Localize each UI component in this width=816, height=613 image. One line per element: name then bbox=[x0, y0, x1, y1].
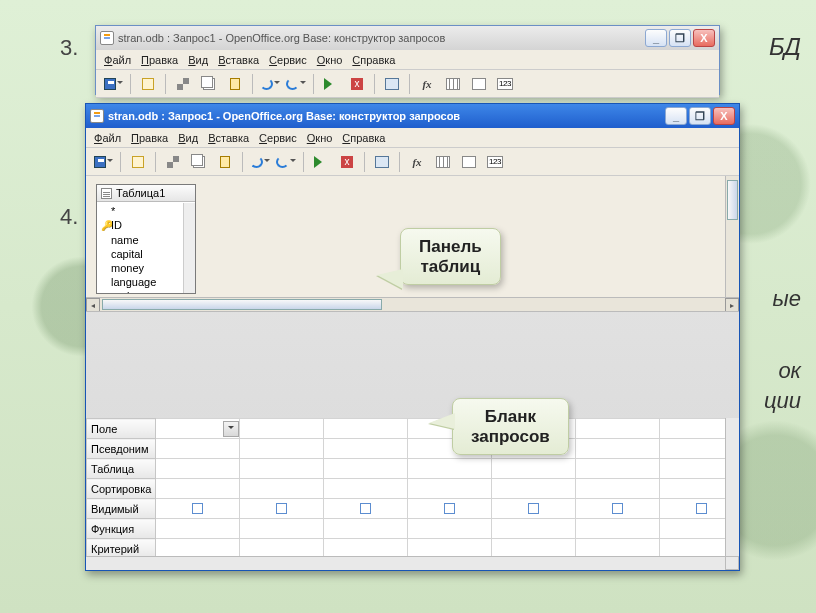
menu-item[interactable]: Вставка bbox=[208, 132, 249, 144]
grid-cell[interactable] bbox=[324, 479, 408, 499]
edit-button[interactable] bbox=[127, 151, 149, 173]
table-source-header[interactable]: Таблица1 bbox=[97, 185, 195, 202]
grid-row-header[interactable]: Сортировка bbox=[87, 479, 156, 499]
grid-cell[interactable] bbox=[576, 479, 660, 499]
design-grid-table[interactable]: ПолеПсевдонимТаблицаСортировкаВидимыйФун… bbox=[86, 418, 739, 570]
query-design-grid[interactable]: ПолеПсевдонимТаблицаСортировкаВидимыйФун… bbox=[86, 418, 739, 570]
grid-cell[interactable] bbox=[240, 419, 324, 439]
grid-cell[interactable] bbox=[576, 499, 660, 519]
grid-cell[interactable] bbox=[156, 439, 240, 459]
maximize-button[interactable]: ❐ bbox=[689, 107, 711, 125]
copy-button[interactable] bbox=[188, 151, 210, 173]
table-field[interactable]: name bbox=[101, 233, 191, 247]
table-field[interactable]: language bbox=[101, 275, 191, 289]
alias-button[interactable] bbox=[458, 151, 480, 173]
table-field[interactable]: * bbox=[101, 204, 191, 218]
grid-cell[interactable] bbox=[240, 499, 324, 519]
redo-button[interactable] bbox=[275, 151, 297, 173]
grid-row-header[interactable]: Видимый bbox=[87, 499, 156, 519]
visible-checkbox[interactable] bbox=[696, 503, 707, 514]
grid-cell[interactable] bbox=[576, 419, 660, 439]
panel-scrollbar-horizontal[interactable]: ◂ ▸ bbox=[86, 297, 739, 311]
cut-button[interactable] bbox=[162, 151, 184, 173]
grid-cell[interactable] bbox=[576, 459, 660, 479]
grid-cell[interactable] bbox=[324, 499, 408, 519]
table-field[interactable]: money bbox=[101, 261, 191, 275]
distinct-button[interactable] bbox=[484, 151, 506, 173]
clear-button[interactable] bbox=[336, 151, 358, 173]
visible-checkbox[interactable] bbox=[192, 503, 203, 514]
visible-checkbox[interactable] bbox=[360, 503, 371, 514]
copy-icon bbox=[193, 156, 205, 168]
grid-row-header[interactable]: Поле bbox=[87, 419, 156, 439]
grid-cell[interactable] bbox=[492, 459, 576, 479]
grid-cell[interactable] bbox=[156, 519, 240, 539]
grid-cell[interactable] bbox=[492, 499, 576, 519]
grid-row-header[interactable]: Псевдоним bbox=[87, 439, 156, 459]
grid-cell[interactable] bbox=[324, 439, 408, 459]
maximize-button[interactable]: ❐ bbox=[669, 29, 691, 47]
save-button[interactable] bbox=[92, 151, 114, 173]
scrollbar-thumb[interactable] bbox=[102, 299, 382, 310]
titlebar[interactable]: stran.odb : Запрос1 - OpenOffice.org Bas… bbox=[86, 104, 739, 128]
grid-cell[interactable] bbox=[324, 459, 408, 479]
menu-item[interactable]: Справка bbox=[342, 132, 385, 144]
run-button[interactable] bbox=[310, 151, 332, 173]
grid-cell[interactable] bbox=[240, 459, 324, 479]
grid-cell[interactable] bbox=[240, 439, 324, 459]
grid-cell[interactable] bbox=[156, 479, 240, 499]
table-widget-scrollbar[interactable] bbox=[183, 203, 195, 293]
visible-checkbox[interactable] bbox=[276, 503, 287, 514]
grid-cell[interactable] bbox=[324, 519, 408, 539]
grid-cell[interactable] bbox=[240, 519, 324, 539]
grid-scrollbar-vertical[interactable] bbox=[725, 418, 739, 556]
paste-button[interactable] bbox=[214, 151, 236, 173]
minimize-button[interactable]: _ bbox=[665, 107, 687, 125]
menu-item[interactable]: Файл bbox=[94, 132, 121, 144]
grid-cell[interactable] bbox=[324, 419, 408, 439]
grid-cell[interactable] bbox=[156, 459, 240, 479]
grid-cell[interactable] bbox=[576, 439, 660, 459]
addtbl-icon bbox=[385, 78, 399, 90]
grid-scrollbar-horizontal[interactable] bbox=[86, 556, 725, 570]
visible-checkbox[interactable] bbox=[528, 503, 539, 514]
undo-button[interactable] bbox=[249, 151, 271, 173]
table-field[interactable]: regim bbox=[101, 289, 191, 293]
grid-cell[interactable] bbox=[492, 519, 576, 539]
table-source-widget[interactable]: Таблица1 *🔑IDnamecapitalmoneylanguagereg… bbox=[96, 184, 196, 294]
grid-cell[interactable] bbox=[408, 499, 492, 519]
scroll-left-button[interactable]: ◂ bbox=[86, 298, 100, 312]
grid-cell[interactable] bbox=[408, 479, 492, 499]
minimize-button[interactable]: _ bbox=[645, 29, 667, 47]
grid-button[interactable] bbox=[432, 151, 454, 173]
toolbar[interactable]: fx bbox=[86, 148, 739, 176]
menu-item[interactable]: Правка bbox=[131, 132, 168, 144]
table-field[interactable]: 🔑ID bbox=[101, 218, 191, 233]
visible-checkbox[interactable] bbox=[612, 503, 623, 514]
field-dropdown-button[interactable] bbox=[223, 421, 239, 437]
scroll-right-button[interactable]: ▸ bbox=[725, 298, 739, 312]
visible-checkbox[interactable] bbox=[444, 503, 455, 514]
grid-cell[interactable] bbox=[492, 479, 576, 499]
fx-button[interactable]: fx bbox=[406, 151, 428, 173]
menu-item[interactable]: Окно bbox=[307, 132, 333, 144]
addtbl-button[interactable] bbox=[371, 151, 393, 173]
grid-cell[interactable] bbox=[408, 459, 492, 479]
close-button[interactable]: X bbox=[693, 29, 715, 47]
table-field-list[interactable]: *🔑IDnamecapitalmoneylanguageregim bbox=[97, 202, 195, 293]
menu-item[interactable]: Сервис bbox=[259, 132, 297, 144]
edit-button bbox=[137, 73, 159, 95]
table-field[interactable]: capital bbox=[101, 247, 191, 261]
grid-row-header[interactable]: Функция bbox=[87, 519, 156, 539]
grid-cell[interactable] bbox=[408, 519, 492, 539]
grid-cell[interactable] bbox=[156, 419, 240, 439]
menu-item[interactable]: Вид bbox=[178, 132, 198, 144]
grid-cell[interactable] bbox=[156, 499, 240, 519]
menubar[interactable]: ФайлПравкаВидВставкаСервисОкноСправка bbox=[86, 128, 739, 148]
scrollbar-thumb[interactable] bbox=[727, 180, 738, 220]
panel-scrollbar-vertical[interactable] bbox=[725, 176, 739, 297]
grid-row-header[interactable]: Таблица bbox=[87, 459, 156, 479]
close-button[interactable]: X bbox=[713, 107, 735, 125]
grid-cell[interactable] bbox=[576, 519, 660, 539]
grid-cell[interactable] bbox=[240, 479, 324, 499]
